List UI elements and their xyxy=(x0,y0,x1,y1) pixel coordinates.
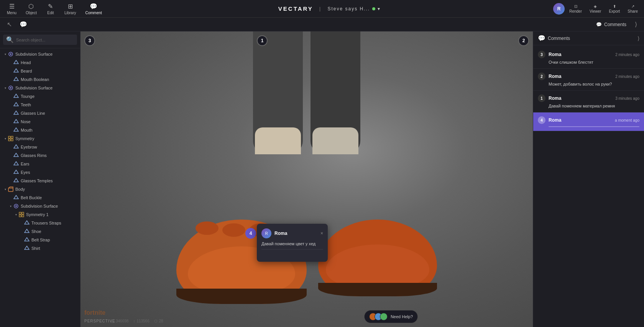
tree-item-subdiv-surface-2[interactable]: ▾ Subdivision Surface xyxy=(0,84,80,92)
scene-tree: ▾ Subdivision Surface Head Beard Mouth B… xyxy=(0,48,80,327)
tree-item-trousers-straps[interactable]: Trousers Straps xyxy=(0,219,80,227)
tree-item-mouth-boolean[interactable]: Mouth Boolean xyxy=(0,75,80,84)
tree-item-label: Glasses Temples xyxy=(21,178,53,183)
comments-toggle[interactable]: 💬 Comments xyxy=(593,20,629,29)
project-name-text: Steve says H... xyxy=(328,6,370,12)
export-button[interactable]: ⬆ Export xyxy=(606,3,623,15)
tree-item-shoe[interactable]: Shoe xyxy=(0,227,80,236)
pointer-tool[interactable]: ↖ xyxy=(5,19,14,30)
popup-header: R Roma × xyxy=(261,228,323,238)
tree-item-icon xyxy=(13,169,19,175)
viewer-button[interactable]: ◈ Viewer xyxy=(586,3,604,15)
tree-item-glasses-temples[interactable]: Glasses Temples xyxy=(0,177,80,185)
svg-marker-17 xyxy=(14,153,18,157)
comment-item-2[interactable]: 2 Roma 2 minutes ago Может, добавить вол… xyxy=(533,69,644,91)
popup-reply-input[interactable] xyxy=(261,249,323,256)
tree-item-icon xyxy=(8,85,14,91)
menu-button[interactable]: ☰ Menu xyxy=(3,1,20,17)
tree-item-icon xyxy=(18,211,25,218)
tree-item-eyes[interactable]: Eyes xyxy=(0,168,80,177)
comments-panel-close[interactable]: ⟩ xyxy=(637,35,639,41)
tree-arrow[interactable]: ▾ xyxy=(14,212,18,217)
tree-item-beard[interactable]: Beard xyxy=(0,67,80,75)
tree-item-belt-strap[interactable]: Belt Strap xyxy=(0,236,80,244)
secondbar-right: 💬 Comments ⟩ xyxy=(593,19,639,30)
search-input[interactable] xyxy=(16,38,74,42)
tree-item-subdiv-surface-1[interactable]: ▾ Subdivision Surface xyxy=(0,50,80,58)
comments-list: 3 Roma 2 minutes ago Очки слишком блестя… xyxy=(533,45,644,327)
comment-item-3[interactable]: 3 Roma 2 minutes ago Очки слишком блестя… xyxy=(533,47,644,69)
tree-item-subdiv-surface-3[interactable]: ▾ Subdivision Surface xyxy=(0,202,80,210)
topbar-left: ☰ Menu ⬡ Object ✎ Edit ⊞ Library 💬 Comme… xyxy=(0,1,109,17)
popup-close-button[interactable]: × xyxy=(320,231,323,236)
search-container: 🔍 xyxy=(0,31,80,48)
tree-arrow-empty xyxy=(8,111,13,116)
svg-marker-32 xyxy=(25,246,29,249)
svg-rect-26 xyxy=(22,212,24,214)
render-button[interactable]: ⊡ Render xyxy=(566,3,585,15)
triangles-value: 346698 xyxy=(116,319,128,323)
tree-item-icon xyxy=(13,68,19,74)
comment-badge: 4 xyxy=(538,116,545,124)
comment-marker-1[interactable]: 1 xyxy=(257,35,268,46)
tree-item-symmetry-1[interactable]: ▾ Symmetry xyxy=(0,134,80,143)
comment-badge: 1 xyxy=(538,94,545,102)
tree-arrow[interactable]: ▾ xyxy=(3,136,8,141)
need-help-button[interactable]: Need Help? xyxy=(364,310,418,323)
library-icon: ⊞ xyxy=(68,3,73,10)
tree-item-label: Belt Strap xyxy=(31,238,50,242)
secondbar: ↖ 💬 💬 Comments ⟩ xyxy=(0,18,644,31)
comment-marker-2[interactable]: 2 xyxy=(518,35,529,46)
tree-arrow[interactable]: ▾ xyxy=(3,86,8,90)
library-button[interactable]: ⊞ Library xyxy=(61,1,80,17)
project-name[interactable]: Steve says H... ▾ xyxy=(328,6,381,12)
tree-item-icon xyxy=(8,51,14,57)
tree-item-icon xyxy=(13,144,19,150)
comment-tool-icon: 💬 xyxy=(20,21,27,28)
vertices-icon: ↕ xyxy=(133,319,135,323)
comment-item-1[interactable]: 1 Roma 3 minutes ago Давай поменяем мате… xyxy=(533,91,644,112)
3d-viewport[interactable] xyxy=(80,31,533,327)
tree-item-label: Nose xyxy=(21,119,31,124)
menu-label: Menu xyxy=(7,11,16,15)
share-button[interactable]: ↗ Share xyxy=(624,3,641,15)
comment-tool[interactable]: 💬 xyxy=(17,19,30,30)
tree-item-mouth[interactable]: Mouth xyxy=(0,126,80,134)
comment-header: 4 Roma a moment ago xyxy=(538,116,639,124)
edit-button[interactable]: ✎ Edit xyxy=(42,1,59,17)
tree-item-glasses-rims[interactable]: Glasses Rims xyxy=(0,151,80,160)
comment-button[interactable]: 💬 Comment xyxy=(82,1,106,17)
tree-item-belt-buckle[interactable]: Belt Buckle xyxy=(0,193,80,202)
popup-text: Давай поменяем цвет у хед xyxy=(261,241,323,246)
tree-arrow[interactable]: ▾ xyxy=(3,187,8,192)
tree-arrow-empty xyxy=(8,170,13,175)
tree-item-head[interactable]: Head xyxy=(0,58,80,67)
tree-item-teeth[interactable]: Teeth xyxy=(0,101,80,109)
tree-arrow[interactable]: ▾ xyxy=(3,52,8,56)
object-button[interactable]: ⬡ Object xyxy=(22,1,41,17)
marker-3-number: 3 xyxy=(89,38,91,43)
tree-item-body[interactable]: ▾ Body xyxy=(0,185,80,193)
svg-marker-10 xyxy=(14,119,18,123)
tree-item-symmetry-2[interactable]: ▾ Symmetry 1 xyxy=(0,210,80,219)
edit-label: Edit xyxy=(47,11,54,15)
tree-item-shirt[interactable]: Shirt xyxy=(0,244,80,253)
user-avatar[interactable]: R xyxy=(553,3,565,15)
comment-marker-4[interactable]: 4 xyxy=(245,228,256,239)
canvas-area[interactable]: 3 1 2 4 R Roma × Давай поменяем цвет у х… xyxy=(80,31,533,327)
tree-item-label: Symmetry 1 xyxy=(26,212,49,217)
tree-item-eyebrow[interactable]: Eyebrow xyxy=(0,143,80,151)
comment-author: Roma xyxy=(549,74,561,79)
comment-marker-3[interactable]: 3 xyxy=(84,35,95,46)
tree-arrow[interactable]: ▾ xyxy=(8,204,13,208)
tree-item-ears[interactable]: Ears xyxy=(0,160,80,168)
svg-text:fortnite: fortnite xyxy=(84,309,105,316)
tree-item-tounge[interactable]: Tounge xyxy=(0,92,80,101)
tree-item-nose[interactable]: Nose xyxy=(0,117,80,126)
svg-point-24 xyxy=(15,205,17,207)
tree-item-glasses-line[interactable]: Glasses Line xyxy=(0,109,80,117)
tree-item-icon xyxy=(24,228,30,235)
tree-arrow-empty xyxy=(19,238,24,242)
comment-item-4[interactable]: 4 Roma a moment ago xyxy=(533,112,644,131)
panel-close-btn[interactable]: ⟩ xyxy=(632,19,639,30)
